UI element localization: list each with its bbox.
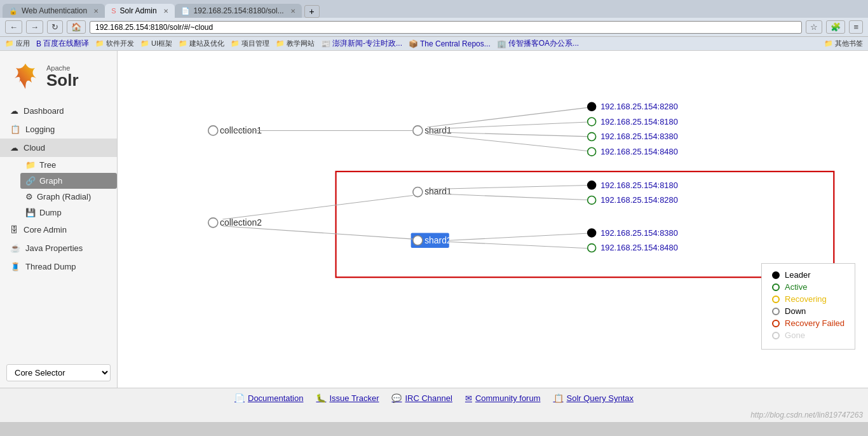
host-leader-c2s1 bbox=[588, 181, 596, 189]
collection2-node bbox=[208, 218, 218, 228]
extensions-button[interactable]: 🧩 bbox=[826, 20, 845, 34]
bookmarks-bar: 📁 应用 B 百度在线翻译 📁 软件开发 📁 UI框架 📁 建站及优化 📁 项目… bbox=[0, 37, 868, 51]
edge-s1c2-h1 bbox=[427, 185, 595, 189]
reload-button[interactable]: ↻ bbox=[47, 20, 63, 34]
bug-icon: 🐛 bbox=[316, 393, 326, 403]
legend-down-label: Down bbox=[785, 306, 806, 316]
collection1-node bbox=[208, 126, 218, 135]
sidebar-item-graph-radial[interactable]: ⚙ Graph (Radial) bbox=[20, 189, 117, 205]
new-tab-button[interactable]: + bbox=[304, 5, 320, 18]
recovering-dot-icon bbox=[772, 296, 780, 303]
gone-dot-icon bbox=[772, 332, 780, 339]
core-selector-dropdown[interactable]: Core Selector bbox=[6, 364, 111, 381]
sidebar-item-dashboard[interactable]: ☁ Dashboard bbox=[0, 102, 117, 120]
shard2-c2-label: shard2 bbox=[424, 235, 452, 245]
legend-leader: Leader bbox=[772, 270, 844, 280]
core-selector[interactable]: Core Selector bbox=[6, 364, 111, 381]
edge-s1c1-h1 bbox=[427, 107, 595, 127]
close-icon[interactable]: ✕ bbox=[93, 8, 98, 15]
chat-icon: 💬 bbox=[391, 393, 402, 403]
close-icon[interactable]: ✕ bbox=[163, 8, 168, 15]
bookmark-dev[interactable]: 📁 软件开发 bbox=[95, 39, 134, 48]
host-active-c2s1-2 bbox=[588, 196, 596, 204]
bookmark-edu[interactable]: 📁 教学网站 bbox=[276, 39, 315, 48]
sidebar-item-thread-dump[interactable]: 🧵 Thread Dump bbox=[0, 257, 117, 276]
bookmark-button[interactable]: ☆ bbox=[806, 20, 822, 34]
menu-button[interactable]: ≡ bbox=[849, 20, 863, 34]
graph-icon: 🔗 bbox=[25, 176, 36, 186]
host-label-c1s1-1: 192.168.25.154:8280 bbox=[600, 102, 678, 111]
footer-link-issue-tracker[interactable]: 🐛 Issue Tracker bbox=[316, 393, 379, 403]
edge-s1c1-h4 bbox=[427, 134, 595, 152]
bookmark-oa[interactable]: 🏢 传智播客OA办公系... bbox=[497, 38, 579, 49]
shard1-c1-label: shard1 bbox=[424, 125, 452, 135]
thread-icon: 🧵 bbox=[10, 262, 20, 271]
forum-icon: ✉ bbox=[465, 393, 472, 403]
graph-svg: collection1 shard1 192.168.25.154:8280 1… bbox=[118, 51, 868, 388]
close-icon[interactable]: ✕ bbox=[290, 8, 295, 15]
host-active-c1s1-4 bbox=[588, 147, 596, 156]
back-button[interactable]: ← bbox=[5, 20, 22, 34]
graph-area: collection1 shard1 192.168.25.154:8280 1… bbox=[118, 51, 868, 388]
shard1-c2-node bbox=[413, 187, 423, 197]
sidebar-item-tree[interactable]: 📁 Tree bbox=[20, 157, 117, 173]
address-bar[interactable] bbox=[90, 21, 802, 34]
shard1-c2-label: shard1 bbox=[424, 186, 452, 196]
sidebar-item-dump[interactable]: 💾 Dump bbox=[20, 205, 117, 221]
bookmark-others[interactable]: 📁 其他书签 bbox=[824, 39, 863, 48]
sidebar-item-graph[interactable]: 🔗 Graph bbox=[20, 173, 117, 189]
cloud-subnav: 📁 Tree 🔗 Graph ⚙ Graph (Radial) 💾 Dump bbox=[0, 157, 117, 221]
tree-icon: 📁 bbox=[25, 160, 36, 170]
solr-logo-icon bbox=[10, 60, 41, 92]
footer-link-query-syntax[interactable]: 📋 Solr Query Syntax bbox=[553, 393, 634, 403]
tab-label: Web Authentication bbox=[22, 6, 87, 15]
sidebar-item-label: Logging bbox=[25, 125, 55, 134]
sidebar-item-label: Cloud bbox=[24, 143, 45, 153]
tab-label: Solr Admin bbox=[120, 6, 157, 15]
forward-button[interactable]: → bbox=[26, 20, 43, 34]
host-leader-c1s1 bbox=[588, 102, 596, 111]
bookmark-pengpai[interactable]: 📰 澎湃新闻-专注时政... bbox=[321, 38, 402, 49]
shard2-c2-node bbox=[413, 236, 423, 245]
host-active-c1s1-2 bbox=[588, 118, 596, 126]
host-active-c2s2-2 bbox=[588, 244, 596, 252]
host-label-c2s1-1: 192.168.25.154:8180 bbox=[600, 181, 678, 190]
bookmark-apps[interactable]: 📁 应用 bbox=[5, 39, 30, 48]
footer-link-documentation[interactable]: 📄 Documentation bbox=[234, 393, 303, 403]
edge-c2-s1 bbox=[222, 195, 413, 219]
footer-link-community[interactable]: ✉ Community forum bbox=[465, 393, 541, 403]
host-leader-c2s2 bbox=[588, 229, 596, 237]
footer-watermark: http://blog.csdn.net/lin819747263 bbox=[0, 408, 868, 422]
bookmark-build[interactable]: 📁 建站及优化 bbox=[179, 39, 224, 48]
sidebar-sub-label: Tree bbox=[39, 160, 56, 170]
recovery-failed-dot-icon bbox=[772, 320, 780, 327]
bookmark-pm[interactable]: 📁 项目管理 bbox=[231, 39, 269, 48]
solr-label: Solr bbox=[46, 72, 79, 88]
home-button[interactable]: 🏠 bbox=[67, 20, 86, 34]
legend-recovering: Recovering bbox=[772, 294, 844, 304]
host-label-c1s1-4: 192.168.25.154:8480 bbox=[600, 147, 678, 156]
bookmark-central[interactable]: 📦 The Central Repos... bbox=[409, 39, 491, 48]
edge-s2c2-h2 bbox=[449, 242, 595, 249]
bookmark-ui[interactable]: 📁 UI框架 bbox=[140, 39, 172, 48]
legend-active: Active bbox=[772, 282, 844, 292]
edge-s2c2-h1 bbox=[449, 233, 595, 240]
tab-solr-admin[interactable]: S Solr Admin ✕ bbox=[105, 4, 174, 18]
query-icon: 📋 bbox=[553, 393, 564, 403]
app-container: Apache Solr ☁ Dashboard 📋 Logging ☁ Clou… bbox=[0, 51, 868, 388]
edge-s1c1-h2 bbox=[427, 121, 595, 129]
footer-irc-label: IRC Channel bbox=[405, 393, 452, 403]
tab-web-auth[interactable]: 🔒 Web Authentication ✕ bbox=[3, 4, 105, 18]
sidebar-item-label: Thread Dump bbox=[25, 262, 76, 271]
footer-link-irc[interactable]: 💬 IRC Channel bbox=[391, 393, 452, 403]
sidebar-item-cloud[interactable]: ☁ Cloud bbox=[0, 139, 117, 157]
logo-text: Apache Solr bbox=[46, 64, 79, 88]
host-label-c2s2-1: 192.168.25.154:8380 bbox=[600, 228, 678, 238]
host-label-c1s1-3: 192.168.25.154:8380 bbox=[600, 132, 678, 141]
bookmark-baidu[interactable]: B 百度在线翻译 bbox=[36, 38, 89, 49]
sidebar-item-core-admin[interactable]: 🗄 Core Admin bbox=[0, 221, 117, 239]
footer-query-label: Solr Query Syntax bbox=[567, 393, 634, 403]
tab-page[interactable]: 📄 192.168.25.154:8180/sol... ✕ bbox=[175, 4, 302, 18]
sidebar-item-logging[interactable]: 📋 Logging bbox=[0, 120, 117, 139]
sidebar-item-java-properties[interactable]: ☕ Java Properties bbox=[0, 239, 117, 257]
